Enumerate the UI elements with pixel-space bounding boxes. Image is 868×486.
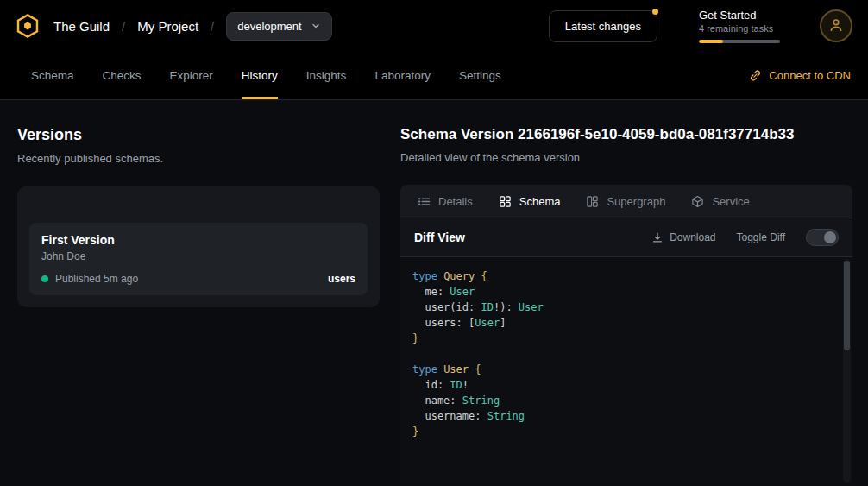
grid-icon [499,195,512,208]
toggle-diff-label: Toggle Diff [737,231,785,243]
code-line: id: ID! [412,377,832,393]
detail-tab-schema[interactable]: Schema [499,195,561,208]
user-avatar[interactable] [820,9,852,42]
breadcrumb-separator: / [122,19,125,34]
download-button[interactable]: Download [651,231,715,243]
version-name: First Version [41,233,355,247]
detail-tab-supergraph[interactable]: Supergraph [586,195,665,208]
nav-tab-settings[interactable]: Settings [459,52,501,99]
link-icon [749,69,762,82]
breadcrumb-project[interactable]: My Project [137,19,198,34]
latest-changes-label: Latest changes [565,20,641,33]
main-content: Versions Recently published schemas. Fir… [0,100,868,486]
hive-logo[interactable] [14,12,41,40]
top-bar-right: Latest changes Get Started 4 remaining t… [549,9,852,43]
version-list-item[interactable]: First VersionJohn DoePublished 5m agouse… [29,223,368,295]
schema-view-panel: DetailsSchemaSupergraphService Diff View… [400,185,852,484]
nav-tabs: SchemaChecksExplorerHistoryInsightsLabor… [31,52,501,99]
service-icon [691,195,704,208]
detail-tab-service[interactable]: Service [691,195,749,208]
code-scrollbar[interactable] [843,259,851,483]
get-started-subtitle: 4 remaining tasks [699,23,780,34]
code-line: user(id: ID!): User [412,300,832,315]
breadcrumb-org[interactable]: The Guild [53,19,110,34]
detail-tabs: DetailsSchemaSupergraphService [400,185,852,218]
download-label: Download [670,231,715,243]
published-status-dot [41,275,48,282]
version-author: John Doe [41,250,355,262]
latest-changes-button[interactable]: Latest changes [549,10,657,42]
diff-view-title: Diff View [414,230,465,244]
version-detail-title: Schema Version 2166196f-5e10-4059-bd0a-0… [400,126,852,143]
code-line: name: String [412,393,832,408]
code-block: type Query { me: User user(id: ID!): Use… [412,268,832,439]
diff-view-header: Diff View Download Toggle Diff [400,218,852,256]
detail-tab-label: Supergraph [607,195,665,208]
top-bar: The Guild / My Project / development Lat… [0,0,868,52]
detail-tab-label: Service [712,195,749,208]
connect-to-cdn-label: Connect to CDN [769,69,851,82]
code-line: me: User [412,284,832,300]
get-started-progress-fill [699,40,723,43]
nav-tab-explorer[interactable]: Explorer [170,52,213,99]
version-list: First VersionJohn DoePublished 5m agouse… [29,223,368,295]
nav-tab-schema[interactable]: Schema [31,52,74,99]
notification-dot [652,9,658,15]
version-meta: Published 5m agousers [41,273,355,285]
nav-tab-insights[interactable]: Insights [306,52,347,99]
code-line: type Query { [412,268,832,284]
diff-view-actions: Download Toggle Diff [651,229,839,246]
detail-tab-label: Details [438,195,473,208]
get-started-widget[interactable]: Get Started 4 remaining tasks [699,9,780,43]
code-line: } [412,424,832,439]
toggle-diff-switch[interactable] [806,229,839,246]
target-select[interactable]: development [226,12,331,41]
get-started-progress-bar [699,40,780,43]
version-status: Published 5m ago [55,273,138,285]
hexagon-logo-icon [15,13,41,39]
detail-tab-details[interactable]: Details [418,195,473,208]
project-nav: SchemaChecksExplorerHistoryInsightsLabor… [0,52,868,100]
code-line: username: String [412,408,832,424]
nav-tab-checks[interactable]: Checks [103,52,142,99]
version-detail-subtitle: Detailed view of the schema version [400,151,852,164]
schema-code-viewer: type Query { me: User user(id: ID!): Use… [400,256,852,484]
nav-tab-history[interactable]: History [242,52,278,99]
code-line [412,346,832,362]
list-icon [418,195,431,208]
code-line: type User { [412,362,832,377]
version-detail-panel: Schema Version 2166196f-5e10-4059-bd0a-0… [400,100,868,484]
versions-subtitle: Recently published schemas. [17,152,380,165]
versions-card: First VersionJohn DoePublished 5m agouse… [17,186,380,307]
code-scrollbar-thumb[interactable] [844,261,850,350]
detail-tab-label: Schema [519,195,561,208]
version-service-name: users [328,273,355,285]
get-started-title: Get Started [699,9,780,22]
toggle-knob [824,231,836,243]
breadcrumb: The Guild / My Project / [53,19,214,34]
supergraph-icon [586,195,599,208]
versions-title: Versions [17,126,380,144]
connect-to-cdn-button[interactable]: Connect to CDN [749,52,851,99]
versions-panel: Versions Recently published schemas. Fir… [0,100,400,307]
target-select-value: development [237,20,301,33]
person-icon [827,16,845,36]
code-line: users: [User] [412,315,832,331]
download-icon [651,231,664,243]
chevron-down-icon [311,21,321,31]
breadcrumb-separator: / [211,19,214,34]
nav-tab-laboratory[interactable]: Laboratory [374,52,431,99]
code-line: } [412,331,832,346]
